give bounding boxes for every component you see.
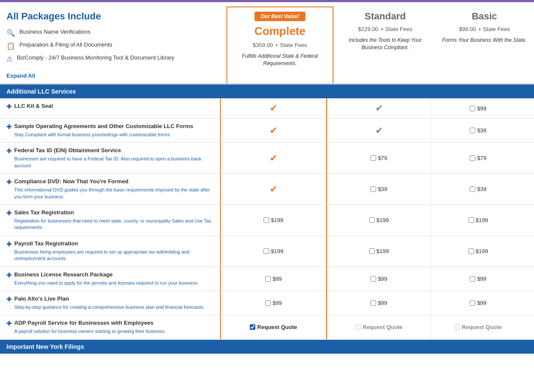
price-checkbox[interactable]	[468, 217, 474, 223]
complete-pkg-price: $359.00 + State Fees	[232, 41, 328, 49]
plus-icon-3[interactable]: ✚	[6, 179, 12, 185]
price-checkbox[interactable]	[369, 217, 375, 223]
check-orange-icon: ✔	[270, 184, 277, 195]
page-wrapper: All Packages Include 🔍 Business Name Ver…	[0, 0, 534, 354]
price-option: $199	[264, 217, 283, 223]
plus-icon-2[interactable]: ✚	[6, 147, 12, 154]
header-left: All Packages Include 🔍 Business Name Ver…	[6, 6, 226, 83]
basic-price-suffix: + State Fees	[478, 26, 510, 32]
table-row: ✚Palo Alto's Live PlanStep-by-step guida…	[0, 291, 534, 315]
expand-all-link[interactable]: Expand All	[6, 72, 35, 79]
check-gray-icon: ✔	[375, 125, 383, 136]
cell-standard-2: $79	[327, 143, 430, 173]
request-quote-gray: Request Quote	[355, 324, 402, 330]
service-desc-1: Stay Compliant with formal business proc…	[6, 132, 214, 138]
request-quote-label-gray: Request Quote	[363, 324, 402, 330]
cell-standard-3: $39	[327, 174, 430, 204]
check-gray-icon: ✔	[375, 103, 383, 114]
price-option: $99	[371, 276, 387, 282]
standard-pkg-name: Standard	[338, 11, 433, 22]
price-checkbox[interactable]	[371, 155, 376, 161]
service-title-4: ✚Sales Tax Registration	[6, 209, 214, 216]
price-option: $99	[470, 105, 487, 112]
service-info-8: ✚ADP Payroll Service for Businesses with…	[0, 315, 220, 339]
plus-icon-4[interactable]: ✚	[6, 210, 12, 216]
request-quote-checked: Request Quote	[250, 324, 297, 330]
service-title-7: ✚Palo Alto's Live Plan	[6, 295, 214, 303]
plus-icon-0[interactable]: ✚	[6, 103, 12, 110]
feature-text-1: Business Name Verifications	[19, 28, 91, 35]
price-value: $199	[377, 217, 389, 223]
plus-icon-1[interactable]: ✚	[6, 123, 12, 130]
price-checkbox[interactable]	[264, 217, 269, 223]
price-value: $199	[271, 248, 283, 254]
cell-standard-6: $99	[327, 267, 430, 291]
service-title-8: ✚ADP Payroll Service for Businesses with…	[6, 320, 214, 327]
header-section: All Packages Include 🔍 Business Name Ver…	[0, 2, 534, 85]
table-row: ✚Compliance DVD: Now That You're FormedT…	[0, 174, 534, 205]
price-checkbox[interactable]	[369, 248, 375, 254]
service-info-2: ✚Federal Tax ID (EIN) Obtainment Service…	[0, 143, 220, 173]
price-option: $199	[468, 248, 488, 254]
check-orange-icon: ✔	[270, 125, 277, 136]
price-checkbox[interactable]	[470, 276, 475, 282]
service-title-3: ✚Compliance DVD: Now That You're Formed	[6, 178, 214, 185]
price-option: $99	[265, 300, 282, 306]
best-value-badge: Our Best Value!	[254, 12, 305, 21]
cell-basic-5: $199	[430, 236, 525, 267]
price-option: $39	[470, 127, 487, 134]
plus-icon-8[interactable]: ✚	[6, 320, 12, 327]
cell-basic-4: $199	[430, 205, 525, 235]
price-checkbox[interactable]	[264, 248, 269, 254]
cell-basic-8: Request Quote	[430, 315, 525, 339]
cell-standard-1: ✔	[327, 119, 430, 142]
price-value: $39	[477, 186, 487, 192]
price-checkbox[interactable]	[470, 186, 475, 192]
cell-complete-3: ✔	[220, 174, 327, 204]
price-value: $199	[476, 217, 488, 223]
table-row: ✚Federal Tax ID (EIN) Obtainment Service…	[0, 143, 534, 174]
price-checkbox[interactable]	[468, 248, 474, 254]
footer-header: Important New York Filings	[0, 340, 534, 354]
price-option: $79	[470, 155, 487, 161]
price-checkbox[interactable]	[265, 300, 271, 306]
price-checkbox[interactable]	[371, 276, 376, 282]
price-option: $199	[369, 217, 389, 223]
complete-price-suffix: + State Fees	[275, 42, 307, 48]
col-standard-header: Standard $229.00 + State Fees Includes t…	[333, 6, 437, 83]
services-container: ✚LLC Kit & Seal✔✔$99✚Sample Operating Ag…	[0, 98, 534, 340]
price-option: $39	[470, 186, 487, 192]
plus-icon-6[interactable]: ✚	[6, 272, 12, 279]
quote-checkbox-checked[interactable]	[250, 324, 255, 330]
cell-complete-0: ✔	[220, 98, 327, 118]
standard-price-value: $229.00	[358, 26, 378, 32]
price-checkbox[interactable]	[470, 128, 475, 133]
cell-basic-3: $39	[430, 174, 525, 204]
table-row: ✚Sample Operating Agreements and Other C…	[0, 119, 534, 143]
price-checkbox[interactable]	[371, 186, 376, 192]
price-value: $199	[377, 248, 389, 254]
service-info-5: ✚Payroll Tax RegistrationBusinesses hiri…	[0, 236, 220, 267]
plus-icon-5[interactable]: ✚	[6, 241, 12, 248]
complete-price-value: $359.00	[253, 42, 273, 48]
price-checkbox[interactable]	[371, 300, 376, 306]
price-checkbox[interactable]	[470, 300, 475, 306]
price-checkbox[interactable]	[470, 155, 475, 161]
cell-complete-7: $99	[220, 291, 327, 315]
table-row: ✚Sales Tax RegistrationRegistration for …	[0, 205, 534, 236]
price-option: $199	[468, 217, 488, 223]
cell-standard-5: $199	[327, 236, 430, 267]
service-desc-3: This informational DVD guides you throug…	[6, 187, 214, 200]
check-orange-icon: ✔	[270, 103, 277, 114]
standard-pkg-price: $229.00 + State Fees	[338, 25, 433, 33]
price-value: $99	[477, 276, 487, 282]
cell-complete-5: $199	[220, 236, 327, 267]
price-value: $99	[477, 105, 487, 112]
complete-pkg-desc: Fulfills Additional State & Federal Requ…	[232, 53, 328, 67]
plus-icon-7[interactable]: ✚	[6, 296, 12, 303]
basic-price-value: $99.00	[459, 26, 476, 32]
cell-standard-4: $199	[327, 205, 430, 235]
price-checkbox[interactable]	[470, 106, 475, 111]
price-checkbox[interactable]	[265, 276, 271, 282]
feature-item-1: 🔍 Business Name Verifications	[6, 28, 222, 37]
